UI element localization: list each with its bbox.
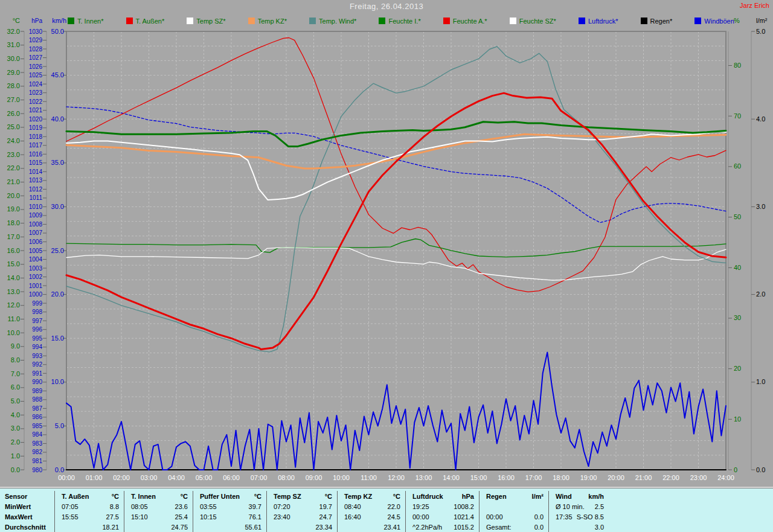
hpa-tick-label: 988 — [32, 396, 42, 403]
chart-region: 32.031.030.029.028.027.026.025.024.023.0… — [0, 0, 773, 487]
legend-item-regen-: Regen* — [641, 18, 673, 25]
hpa-tick-label: 983 — [32, 440, 42, 447]
time-tick-label: 20:00 — [608, 474, 624, 481]
page-title: Freitag, 26.04.2013 — [0, 2, 773, 11]
hpa-tick-label: 1006 — [29, 239, 43, 245]
table-row-label: Durchschnitt — [0, 522, 54, 532]
legend-label: Feuchte SZ* — [519, 18, 556, 25]
table-value-cell — [479, 501, 548, 511]
legend-label: Feuchte I.* — [388, 18, 420, 25]
cell-value: 0.0 — [534, 524, 544, 531]
time-tick-label: 15:00 — [470, 474, 487, 481]
table-value-cell: 18.21 — [54, 522, 124, 532]
cell-text: 15:55 — [62, 513, 79, 521]
table-value-cell: 10:1576.1 — [193, 511, 266, 522]
cell-text: Temp SZ — [274, 493, 301, 500]
hpa-tick-label: 1027 — [29, 54, 43, 61]
chart-legend: T. Innen*T. Außen*Temp SZ*Temp KZ*Temp. … — [68, 16, 734, 25]
legend-swatch-icon — [443, 18, 450, 24]
cell-value: 24.7 — [319, 513, 332, 521]
time-tick-label: 09:00 — [306, 474, 322, 481]
hpa-tick-label: 1005 — [29, 248, 43, 254]
pct-tick-label: 70 — [734, 112, 741, 120]
legend-swatch-icon — [694, 18, 701, 24]
hpa-tick-label: 992 — [32, 361, 42, 368]
pct-unit-label: % — [734, 17, 740, 24]
hpa-tick-label: 1002 — [29, 274, 43, 280]
cell-value: °C — [254, 493, 261, 500]
kmh-tick-label: 0.0 — [55, 466, 64, 473]
cell-value: °C — [112, 493, 119, 500]
legend-item-temp-kz-: Temp KZ* — [248, 18, 287, 25]
celsius-tick-label: 29.0 — [7, 69, 20, 76]
time-tick-label: 18:00 — [553, 474, 569, 481]
table-value-cell: 24.75 — [124, 522, 193, 532]
cell-value: °C — [325, 493, 332, 500]
time-tick-label: 23:00 — [690, 474, 707, 481]
celsius-tick-label: 25.0 — [7, 123, 20, 130]
legend-swatch-icon — [126, 18, 133, 24]
celsius-tick-label: 14.0 — [7, 274, 20, 281]
hpa-unit-label: hPa — [31, 18, 42, 24]
cell-value: 1021.4 — [454, 513, 474, 521]
celsius-tick-label: 8.0 — [11, 356, 20, 364]
celsius-tick-label: 4.0 — [11, 411, 20, 418]
cell-text: 08:05 — [131, 503, 148, 510]
table-header-cell: Temp KZ°C — [337, 491, 405, 501]
celsius-tick-label: 27.0 — [7, 96, 20, 103]
cell-value: 23.6 — [175, 503, 188, 510]
table-value-cell: 00:000.0 — [479, 511, 548, 522]
legend-item-t-au-en-: T. Außen* — [126, 18, 165, 25]
hpa-tick-label: 1030 — [29, 28, 43, 35]
lm2-unit-label: l/m² — [756, 17, 768, 24]
celsius-tick-label: 13.0 — [7, 288, 20, 295]
hpa-tick-label: 1015 — [29, 159, 43, 166]
kmh-tick-label: 15.0 — [51, 335, 64, 342]
cell-text: 00:00 — [412, 513, 429, 521]
cell-value: 1015.2 — [454, 524, 474, 531]
cell-text: 17:35 — [556, 513, 573, 521]
kmh-unit-label: km/h — [52, 17, 66, 24]
time-tick-label: 11:00 — [361, 474, 377, 481]
hpa-tick-label: 995 — [32, 335, 42, 342]
time-tick-label: 24:00 — [717, 474, 734, 481]
cell-value: l/m² — [531, 493, 544, 500]
cell-value: hPa — [462, 493, 474, 500]
legend-item-temp-wind-: Temp. Wind* — [309, 18, 356, 25]
hpa-tick-label: 985 — [32, 423, 42, 429]
hpa-tick-label: 1026 — [29, 63, 43, 70]
hpa-tick-label: 994 — [32, 344, 42, 350]
hpa-tick-label: 1024 — [29, 81, 43, 88]
cell-value: 2.5 — [595, 503, 604, 510]
legend-swatch-icon — [309, 18, 316, 24]
cell-value: °C — [181, 493, 188, 500]
hpa-tick-label: 1028 — [29, 46, 43, 53]
table-value-cell: 23.34 — [266, 522, 337, 532]
lm2-tick-label: 4.0 — [756, 115, 765, 123]
table-value-cell: ^2.2hPa/h1015.2 — [405, 522, 479, 532]
cell-text: 07:20 — [274, 503, 290, 510]
table-value-cell: 00:001021.4 — [405, 511, 479, 522]
table-value-cell: 16:4024.5 — [337, 511, 405, 522]
hpa-tick-label: 996 — [32, 326, 42, 333]
kmh-tick-label: 10.0 — [51, 378, 64, 385]
cell-text: Wind — [556, 493, 572, 500]
legend-swatch-icon — [379, 18, 385, 24]
hpa-tick-label: 1020 — [29, 116, 43, 123]
pct-tick-label: 50 — [734, 213, 741, 220]
celsius-tick-label: 26.0 — [7, 110, 20, 117]
cell-text: Temp KZ — [344, 493, 372, 500]
legend-label: Temp SZ* — [196, 18, 225, 25]
table-header-cell: Regenl/m² — [479, 491, 548, 501]
pct-tick-label: 10 — [734, 415, 741, 423]
legend-item-windb-en: Windböen — [694, 18, 734, 25]
legend-swatch-icon — [68, 18, 74, 24]
table-value-cell: 23:4024.7 — [266, 511, 337, 522]
cell-text: ^2.2hPa/h — [412, 524, 442, 531]
hpa-tick-label: 986 — [32, 414, 42, 420]
time-tick-label: 19:00 — [580, 474, 597, 481]
legend-swatch-icon — [641, 18, 647, 24]
lm2-tick-label: 0.0 — [756, 466, 765, 473]
celsius-tick-label: 0.0 — [11, 466, 20, 473]
celsius-unit-label: °C — [13, 17, 20, 24]
